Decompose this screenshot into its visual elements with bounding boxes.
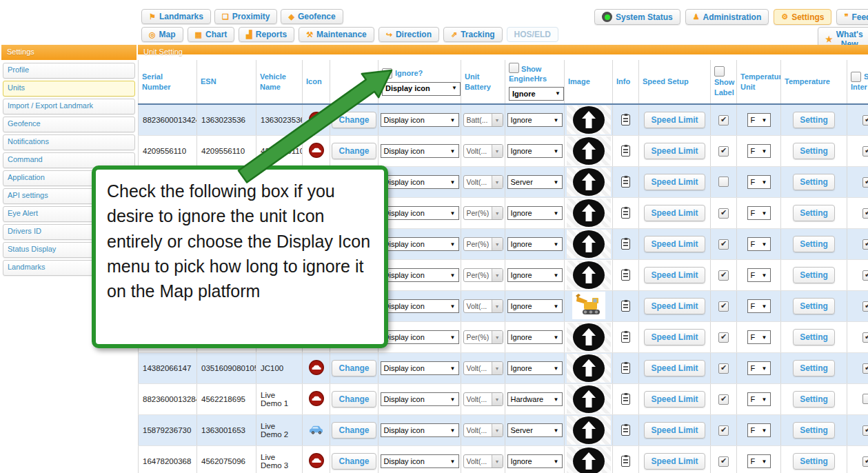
temperature-unit-select[interactable]: F▼ [747, 454, 771, 468]
display-icon-select[interactable]: Display icon▼ [381, 237, 459, 251]
show-inter-row-checkbox[interactable] [862, 177, 868, 188]
nav-administration-button[interactable]: ♟Administration [685, 9, 769, 25]
show-inter-row-checkbox[interactable] [862, 115, 868, 125]
temperature-unit-select[interactable]: F▼ [747, 330, 771, 344]
temperature-setting-button[interactable]: Setting [793, 391, 835, 407]
temperature-setting-button[interactable]: Setting [793, 174, 835, 190]
unit-battery-select[interactable]: Per(%)▼ [463, 330, 503, 344]
change-icon-button[interactable]: Change [332, 143, 376, 159]
display-icon-select[interactable]: Display icon▼ [381, 206, 459, 220]
enginehrs-select[interactable]: Ignore▼ [507, 144, 563, 158]
show-label-row-checkbox[interactable] [718, 301, 729, 312]
info-icon[interactable] [621, 394, 630, 405]
display-icon-select[interactable]: Display icon▼ [381, 454, 459, 468]
temperature-setting-button[interactable]: Setting [793, 112, 835, 128]
unit-battery-select[interactable]: Volt(...▼ [463, 175, 503, 189]
info-icon[interactable] [621, 177, 630, 188]
display-icon-select[interactable]: Display icon▼ [381, 113, 459, 127]
unit-battery-select[interactable]: Volt(...▼ [463, 423, 503, 437]
sidebar-item-geofence[interactable]: Geofence [3, 117, 135, 132]
show-label-row-checkbox[interactable] [718, 425, 729, 436]
temperature-setting-button[interactable]: Setting [793, 267, 835, 283]
speed-limit-button[interactable]: Speed Limit [644, 174, 705, 190]
unit-battery-select[interactable]: Volt(...▼ [463, 144, 503, 158]
nav-tracking-button[interactable]: ⇗Tracking [443, 27, 503, 42]
change-icon-button[interactable]: Change [332, 391, 376, 407]
speed-limit-button[interactable]: Speed Limit [644, 391, 705, 407]
speed-limit-button[interactable]: Speed Limit [644, 236, 705, 252]
enginehrs-select[interactable]: Ignore▼ [507, 361, 563, 375]
show-inter-row-checkbox[interactable] [862, 394, 868, 404]
show-inter-checkbox[interactable] [851, 72, 861, 82]
show-inter-row-checkbox[interactable] [862, 425, 868, 436]
temperature-unit-select[interactable]: F▼ [747, 113, 771, 127]
enginehrs-select[interactable]: Ignore▼ [507, 268, 563, 282]
display-icon-select[interactable]: Display icon▼ [381, 268, 459, 282]
nav-hos-eld-button[interactable]: HOS/ELD [507, 27, 558, 42]
speed-limit-button[interactable]: Speed Limit [644, 112, 705, 128]
speed-limit-button[interactable]: Speed Limit [644, 143, 705, 159]
nav-reports-button[interactable]: ▟Reports [239, 27, 294, 42]
enginehrs-select[interactable]: Ignore▼ [507, 299, 563, 313]
display-icon-select[interactable]: Display icon▼ [381, 175, 459, 189]
show-label-row-checkbox[interactable] [718, 115, 729, 125]
change-icon-button[interactable]: Change [332, 112, 376, 128]
nav-feedback-button[interactable]: ❞Feedback [836, 9, 868, 25]
sidebar-item-notifications[interactable]: Notifications [3, 134, 135, 150]
info-icon[interactable] [621, 239, 630, 250]
temperature-unit-select[interactable]: F▼ [747, 268, 771, 282]
info-icon[interactable] [621, 363, 630, 374]
temperature-unit-select[interactable]: F▼ [747, 144, 771, 158]
speed-limit-button[interactable]: Speed Limit [644, 267, 705, 283]
show-inter-row-checkbox[interactable] [862, 332, 868, 343]
enginehrs-select[interactable]: Ignore▼ [507, 113, 563, 127]
show-inter-row-checkbox[interactable] [862, 363, 868, 374]
show-inter-row-checkbox[interactable] [862, 146, 868, 157]
unit-battery-select[interactable]: Per(%)▼ [463, 268, 503, 282]
display-icon-all-select[interactable]: Display icon▼ [382, 82, 461, 96]
display-icon-select[interactable]: Display icon▼ [381, 299, 459, 313]
temperature-setting-button[interactable]: Setting [793, 236, 835, 252]
speed-limit-button[interactable]: Speed Limit [644, 422, 705, 439]
temperature-unit-select[interactable]: F▼ [747, 423, 771, 437]
show-label-row-checkbox[interactable] [718, 332, 729, 343]
nav-landmarks-button[interactable]: ⚑Landmarks [141, 9, 211, 24]
unit-battery-select[interactable]: Volt(...▼ [463, 361, 503, 375]
enginehrs-select[interactable]: Ignore▼ [507, 237, 563, 251]
sidebar-item-profile[interactable]: Profile [3, 63, 135, 79]
unit-battery-select[interactable]: Batt(...▼ [463, 113, 503, 127]
display-icon-select[interactable]: Display icon▼ [381, 361, 459, 375]
speed-limit-button[interactable]: Speed Limit [644, 329, 705, 345]
enginehrs-select[interactable]: Ignore▼ [507, 330, 563, 344]
sidebar-item-units[interactable]: Units [3, 81, 135, 97]
temperature-unit-select[interactable]: F▼ [747, 175, 771, 189]
temperature-unit-select[interactable]: F▼ [747, 237, 771, 251]
temperature-unit-select[interactable]: F▼ [747, 361, 771, 375]
show-label-row-checkbox[interactable] [718, 456, 729, 467]
speed-limit-button[interactable]: Speed Limit [644, 298, 705, 314]
speed-limit-button[interactable]: Speed Limit [644, 205, 705, 221]
enginehrs-select[interactable]: Server▼ [507, 175, 563, 189]
temperature-setting-button[interactable]: Setting [793, 453, 835, 470]
unit-battery-select[interactable]: Per(%)▼ [463, 206, 503, 220]
temperature-setting-button[interactable]: Setting [793, 329, 835, 345]
enginehrs-select[interactable]: Server▼ [507, 423, 563, 437]
show-inter-row-checkbox[interactable] [862, 208, 868, 219]
nav-maintenance-button[interactable]: ⚒Maintenance [299, 27, 374, 42]
info-icon[interactable] [621, 145, 630, 157]
show-label-row-checkbox[interactable] [718, 146, 729, 157]
nav-map-button[interactable]: ◎Map [141, 27, 183, 42]
unit-battery-select[interactable]: Volt(...▼ [463, 392, 503, 406]
nav-chart-button[interactable]: ▦Chart [188, 27, 235, 42]
ignore-all-checkbox[interactable] [382, 68, 392, 79]
temperature-unit-select[interactable]: F▼ [747, 299, 771, 313]
show-label-row-checkbox[interactable] [718, 363, 729, 374]
show-label-row-checkbox[interactable] [718, 270, 729, 281]
temperature-setting-button[interactable]: Setting [793, 360, 835, 376]
show-inter-row-checkbox[interactable] [862, 456, 868, 467]
speed-limit-button[interactable]: Speed Limit [644, 360, 705, 376]
info-icon[interactable] [621, 114, 630, 125]
temperature-setting-button[interactable]: Setting [793, 298, 835, 314]
temperature-unit-select[interactable]: F▼ [747, 206, 771, 220]
info-icon[interactable] [621, 208, 630, 219]
